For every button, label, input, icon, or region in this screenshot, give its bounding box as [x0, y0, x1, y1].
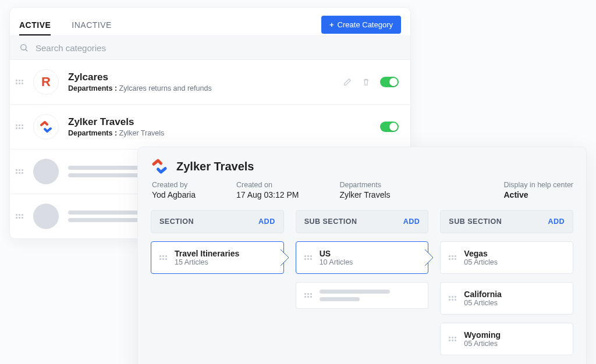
meta-created-on: Created on 17 Aug 03:12 PM	[236, 181, 299, 199]
meta-row: Created by Yod Agbaria Created on 17 Aug…	[152, 181, 573, 199]
meta-created-by: Created by Yod Agbaria	[152, 181, 196, 199]
subsection-card[interactable]: Wyoming 05 Articles	[440, 323, 573, 355]
section-column: SECTION ADD Travel Itineraries 15 Articl…	[151, 210, 284, 363]
row-actions	[380, 122, 399, 132]
card-title: Travel Itineraries	[175, 249, 239, 258]
card-subtitle: 05 Articles	[464, 340, 501, 348]
column-header: SECTION ADD	[151, 210, 284, 233]
category-avatar	[33, 114, 59, 140]
column-title: SUB SECTION	[449, 217, 502, 226]
skeleton-line	[320, 297, 360, 301]
card-subtitle: 15 Articles	[175, 258, 239, 266]
category-subtitle: Departments : Zylcares returns and refun…	[68, 84, 334, 92]
departments-value: Zylker Travels	[119, 129, 165, 137]
drag-handle-icon[interactable]	[449, 252, 457, 263]
card-title: California	[464, 290, 502, 299]
zylker-logo-icon	[39, 120, 53, 134]
category-title: Zylcares	[68, 72, 334, 83]
subsection-card-skeleton	[296, 282, 429, 309]
drag-handle-icon[interactable]	[16, 166, 24, 177]
subsection-column: SUB SECTION ADD Vegas 05 Articles Califo…	[440, 210, 573, 363]
avatar-placeholder	[33, 204, 59, 229]
active-toggle[interactable]	[380, 77, 399, 87]
panel-header: ACTIVE INACTIVE + Create Category	[10, 8, 410, 35]
card-subtitle: 05 Articles	[464, 299, 502, 307]
meta-label: Departments	[339, 181, 390, 189]
active-toggle[interactable]	[380, 122, 399, 132]
svg-point-0	[21, 45, 26, 50]
avatar-placeholder	[33, 159, 59, 184]
section-columns: SECTION ADD Travel Itineraries 15 Articl…	[151, 210, 573, 363]
add-subsection-link[interactable]: ADD	[403, 217, 420, 226]
departments-value: Zylcares returns and refunds	[119, 84, 212, 92]
section-card[interactable]: Travel Itineraries 15 Articles	[151, 241, 284, 274]
meta-value: Yod Agbaria	[152, 190, 196, 199]
drag-handle-icon[interactable]	[16, 122, 24, 132]
avatar-letter: R	[41, 74, 51, 90]
meta-display: Display in help center Active	[503, 181, 573, 199]
search-bar	[10, 35, 410, 60]
column-header: SUB SECTION ADD	[440, 210, 573, 233]
card-title: Wyoming	[464, 330, 501, 340]
category-subtitle: Departments : Zylker Travels	[68, 129, 371, 137]
meta-label: Created on	[236, 181, 299, 189]
skeleton-line	[320, 290, 390, 294]
category-row[interactable]: R Zylcares Departments : Zylcares return…	[10, 60, 410, 105]
category-detail-panel: Zylker Travels Created by Yod Agbaria Cr…	[137, 147, 587, 364]
subsection-card[interactable]: US 10 Articles	[296, 241, 429, 274]
detail-title: Zylker Travels	[176, 160, 254, 173]
meta-departments: Departments Zylker Travels	[339, 181, 390, 199]
delete-icon[interactable]	[361, 77, 371, 87]
drag-handle-icon[interactable]	[159, 252, 168, 263]
drag-handle-icon[interactable]	[449, 293, 457, 304]
column-header: SUB SECTION ADD	[296, 210, 429, 233]
tab-inactive[interactable]: INACTIVE	[72, 20, 112, 35]
add-subsection-link[interactable]: ADD	[548, 217, 565, 226]
tab-active[interactable]: ACTIVE	[19, 20, 51, 35]
card-title: US	[320, 249, 353, 258]
category-body: Zylker Travels Departments : Zylker Trav…	[68, 116, 371, 137]
tabs-bar: ACTIVE INACTIVE	[19, 20, 112, 35]
svg-line-1	[26, 49, 27, 51]
meta-value: Zylker Travels	[339, 190, 390, 199]
category-title: Zylker Travels	[68, 116, 371, 128]
meta-value: Active	[503, 190, 573, 199]
card-subtitle: 10 Articles	[320, 258, 353, 266]
column-title: SUB SECTION	[304, 217, 357, 226]
column-title: SECTION	[159, 217, 194, 226]
create-category-button[interactable]: + Create Category	[321, 16, 401, 34]
drag-handle-icon[interactable]	[304, 290, 313, 301]
card-subtitle: 05 Articles	[464, 258, 498, 266]
category-avatar: R	[33, 69, 59, 95]
chevron-right-icon	[424, 249, 434, 266]
drag-handle-icon[interactable]	[304, 252, 313, 263]
category-body: Zylcares Departments : Zylcares returns …	[68, 72, 334, 92]
plus-icon: +	[329, 20, 334, 29]
drag-handle-icon[interactable]	[16, 77, 24, 87]
zylker-logo-icon	[151, 158, 168, 175]
subsection-card[interactable]: California 05 Articles	[440, 282, 573, 315]
edit-icon[interactable]	[343, 77, 352, 87]
row-actions	[343, 77, 399, 87]
departments-label: Departments :	[68, 129, 117, 137]
search-input[interactable]	[36, 43, 401, 53]
detail-header: Zylker Travels	[151, 158, 573, 175]
departments-label: Departments :	[68, 84, 117, 92]
subsection-card[interactable]: Vegas 05 Articles	[440, 241, 573, 274]
meta-label: Display in help center	[503, 181, 573, 189]
chevron-right-icon	[280, 249, 289, 266]
meta-value: 17 Aug 03:12 PM	[236, 190, 299, 199]
drag-handle-icon[interactable]	[449, 334, 457, 344]
subsection-column: SUB SECTION ADD US 10 Articles	[296, 210, 429, 363]
drag-handle-icon[interactable]	[16, 211, 24, 222]
create-category-label: Create Category	[338, 20, 393, 29]
meta-label: Created by	[152, 181, 196, 189]
search-icon	[19, 43, 29, 52]
category-row[interactable]: Zylker Travels Departments : Zylker Trav…	[10, 105, 410, 149]
add-section-link[interactable]: ADD	[258, 217, 275, 226]
card-title: Vegas	[464, 249, 498, 258]
